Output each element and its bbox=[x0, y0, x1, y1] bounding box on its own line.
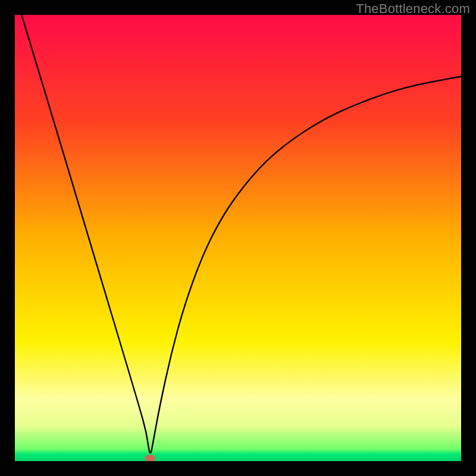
chart-background bbox=[15, 15, 461, 461]
chart-frame: TheBottleneck.com bbox=[0, 0, 476, 476]
chart-svg bbox=[15, 15, 461, 461]
chart-plot-area bbox=[15, 15, 461, 461]
